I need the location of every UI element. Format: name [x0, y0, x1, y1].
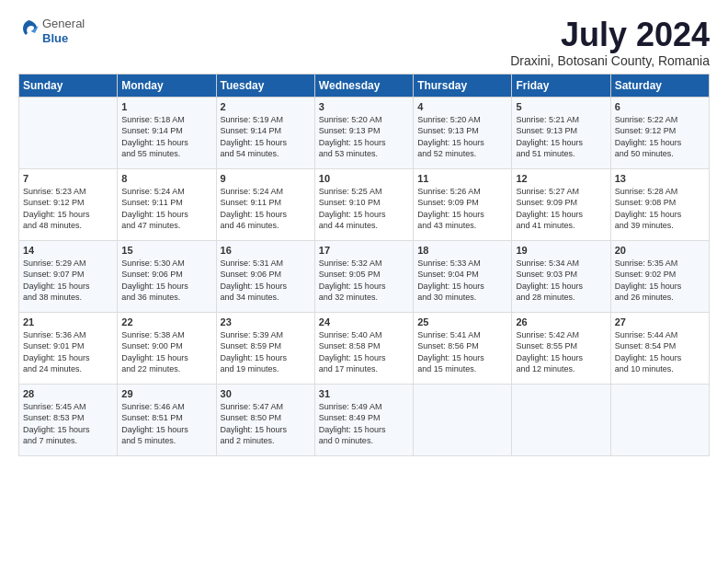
cell-content: Sunrise: 5:46 AMSunset: 8:51 PMDaylight:…: [121, 401, 211, 447]
cell-content: Sunrise: 5:26 AMSunset: 9:09 PMDaylight:…: [417, 186, 507, 232]
calendar-cell: 19Sunrise: 5:34 AMSunset: 9:03 PMDayligh…: [512, 240, 610, 312]
day-number: 25: [417, 316, 507, 327]
day-number: 22: [121, 316, 211, 327]
day-number: 8: [121, 173, 211, 184]
cell-content: Sunrise: 5:47 AMSunset: 8:50 PMDaylight:…: [221, 401, 311, 447]
col-header-wednesday: Wednesday: [314, 74, 413, 97]
subtitle: Draxini, Botosani County, Romania: [510, 53, 710, 68]
cell-content: Sunrise: 5:38 AMSunset: 9:00 PMDaylight:…: [121, 329, 211, 375]
day-number: 7: [23, 173, 113, 184]
day-number: 18: [417, 245, 507, 256]
day-number: 27: [615, 316, 705, 327]
calendar-week-row: 28Sunrise: 5:45 AMSunset: 8:53 PMDayligh…: [19, 384, 710, 455]
day-number: 2: [221, 101, 311, 112]
day-number: 20: [615, 245, 705, 256]
day-number: 30: [221, 388, 311, 399]
calendar-cell: 12Sunrise: 5:27 AMSunset: 9:09 PMDayligh…: [512, 168, 610, 240]
day-number: 26: [516, 316, 606, 327]
logo-general-text: General: [42, 17, 85, 31]
cell-content: Sunrise: 5:30 AMSunset: 9:06 PMDaylight:…: [121, 258, 211, 304]
col-header-monday: Monday: [118, 74, 216, 97]
day-number: 12: [516, 173, 606, 184]
calendar-cell: 22Sunrise: 5:38 AMSunset: 9:00 PMDayligh…: [118, 312, 216, 384]
calendar-cell: 13Sunrise: 5:28 AMSunset: 9:08 PMDayligh…: [610, 168, 709, 240]
cell-content: Sunrise: 5:20 AMSunset: 9:13 PMDaylight:…: [319, 114, 409, 160]
calendar-cell: 1Sunrise: 5:18 AMSunset: 9:14 PMDaylight…: [118, 97, 216, 168]
day-number: 19: [516, 245, 606, 256]
day-number: 15: [121, 245, 211, 256]
day-number: 14: [23, 245, 113, 256]
cell-content: Sunrise: 5:31 AMSunset: 9:06 PMDaylight:…: [221, 258, 311, 304]
calendar-cell: 3Sunrise: 5:20 AMSunset: 9:13 PMDaylight…: [314, 97, 413, 168]
cell-content: Sunrise: 5:19 AMSunset: 9:14 PMDaylight:…: [221, 114, 311, 160]
day-number: 29: [121, 388, 211, 399]
calendar-week-row: 21Sunrise: 5:36 AMSunset: 9:01 PMDayligh…: [19, 312, 710, 384]
cell-content: Sunrise: 5:22 AMSunset: 9:12 PMDaylight:…: [615, 114, 705, 160]
calendar-cell: 31Sunrise: 5:49 AMSunset: 8:49 PMDayligh…: [314, 384, 413, 455]
day-number: 13: [615, 173, 705, 184]
calendar-cell: 28Sunrise: 5:45 AMSunset: 8:53 PMDayligh…: [19, 384, 118, 455]
day-number: 1: [121, 101, 211, 112]
calendar-cell: 14Sunrise: 5:29 AMSunset: 9:07 PMDayligh…: [19, 240, 118, 312]
col-header-friday: Friday: [512, 74, 610, 97]
calendar-cell: 17Sunrise: 5:32 AMSunset: 9:05 PMDayligh…: [314, 240, 413, 312]
day-number: 6: [615, 101, 705, 112]
calendar-cell: 11Sunrise: 5:26 AMSunset: 9:09 PMDayligh…: [414, 168, 512, 240]
logo-bird-icon: [18, 18, 39, 44]
day-number: 4: [417, 101, 507, 112]
day-number: 11: [417, 173, 507, 184]
calendar-cell: 8Sunrise: 5:24 AMSunset: 9:11 PMDaylight…: [118, 168, 216, 240]
day-number: 23: [221, 316, 311, 327]
calendar-week-row: 1Sunrise: 5:18 AMSunset: 9:14 PMDaylight…: [19, 97, 710, 168]
logo-blue-text: Blue: [42, 31, 85, 46]
day-number: 31: [319, 388, 409, 399]
calendar-cell: 15Sunrise: 5:30 AMSunset: 9:06 PMDayligh…: [118, 240, 216, 312]
calendar-cell: 26Sunrise: 5:42 AMSunset: 8:55 PMDayligh…: [512, 312, 610, 384]
cell-content: Sunrise: 5:21 AMSunset: 9:13 PMDaylight:…: [516, 114, 606, 160]
cell-content: Sunrise: 5:49 AMSunset: 8:49 PMDaylight:…: [319, 401, 409, 447]
cell-content: Sunrise: 5:34 AMSunset: 9:03 PMDaylight:…: [516, 258, 606, 304]
calendar-table: SundayMondayTuesdayWednesdayThursdayFrid…: [18, 74, 710, 456]
cell-content: Sunrise: 5:39 AMSunset: 8:59 PMDaylight:…: [221, 329, 311, 375]
day-number: 21: [23, 316, 113, 327]
col-header-saturday: Saturday: [610, 74, 709, 97]
logo-wrapper: General Blue: [18, 17, 85, 45]
page-container: General Blue July 2024 Draxini, Botosani…: [0, 0, 728, 465]
col-header-tuesday: Tuesday: [216, 74, 314, 97]
cell-content: Sunrise: 5:45 AMSunset: 8:53 PMDaylight:…: [23, 401, 113, 447]
calendar-cell: [610, 384, 709, 455]
calendar-cell: 5Sunrise: 5:21 AMSunset: 9:13 PMDaylight…: [512, 97, 610, 168]
day-number: 10: [319, 173, 409, 184]
cell-content: Sunrise: 5:25 AMSunset: 9:10 PMDaylight:…: [319, 186, 409, 232]
cell-content: Sunrise: 5:23 AMSunset: 9:12 PMDaylight:…: [23, 186, 113, 232]
cell-content: Sunrise: 5:29 AMSunset: 9:07 PMDaylight:…: [23, 258, 113, 304]
calendar-cell: 18Sunrise: 5:33 AMSunset: 9:04 PMDayligh…: [414, 240, 512, 312]
title-block: July 2024 Draxini, Botosani County, Roma…: [510, 17, 710, 68]
cell-content: Sunrise: 5:32 AMSunset: 9:05 PMDaylight:…: [319, 258, 409, 304]
calendar-header-row: SundayMondayTuesdayWednesdayThursdayFrid…: [19, 74, 710, 97]
calendar-week-row: 7Sunrise: 5:23 AMSunset: 9:12 PMDaylight…: [19, 168, 710, 240]
cell-content: Sunrise: 5:44 AMSunset: 8:54 PMDaylight:…: [615, 329, 705, 375]
calendar-cell: 24Sunrise: 5:40 AMSunset: 8:58 PMDayligh…: [314, 312, 413, 384]
calendar-cell: 29Sunrise: 5:46 AMSunset: 8:51 PMDayligh…: [118, 384, 216, 455]
day-number: 24: [319, 316, 409, 327]
day-number: 3: [319, 101, 409, 112]
calendar-cell: 23Sunrise: 5:39 AMSunset: 8:59 PMDayligh…: [216, 312, 314, 384]
col-header-sunday: Sunday: [19, 74, 118, 97]
cell-content: Sunrise: 5:40 AMSunset: 8:58 PMDaylight:…: [319, 329, 409, 375]
calendar-cell: 9Sunrise: 5:24 AMSunset: 9:11 PMDaylight…: [216, 168, 314, 240]
calendar-cell: 2Sunrise: 5:19 AMSunset: 9:14 PMDaylight…: [216, 97, 314, 168]
cell-content: Sunrise: 5:42 AMSunset: 8:55 PMDaylight:…: [516, 329, 606, 375]
cell-content: Sunrise: 5:18 AMSunset: 9:14 PMDaylight:…: [121, 114, 211, 160]
calendar-cell: 30Sunrise: 5:47 AMSunset: 8:50 PMDayligh…: [216, 384, 314, 455]
calendar-cell: 25Sunrise: 5:41 AMSunset: 8:56 PMDayligh…: [414, 312, 512, 384]
calendar-cell: 6Sunrise: 5:22 AMSunset: 9:12 PMDaylight…: [610, 97, 709, 168]
cell-content: Sunrise: 5:24 AMSunset: 9:11 PMDaylight:…: [221, 186, 311, 232]
calendar-cell: [512, 384, 610, 455]
calendar-cell: [414, 384, 512, 455]
day-number: 16: [221, 245, 311, 256]
month-title: July 2024: [510, 17, 710, 53]
calendar-cell: 7Sunrise: 5:23 AMSunset: 9:12 PMDaylight…: [19, 168, 118, 240]
cell-content: Sunrise: 5:20 AMSunset: 9:13 PMDaylight:…: [417, 114, 507, 160]
cell-content: Sunrise: 5:27 AMSunset: 9:09 PMDaylight:…: [516, 186, 606, 232]
